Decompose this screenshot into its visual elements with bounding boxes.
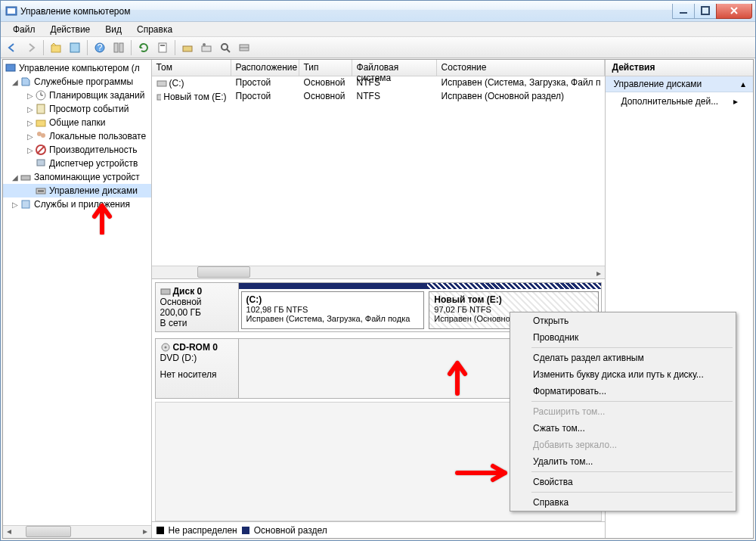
close-button[interactable] bbox=[716, 4, 752, 19]
tree-group-services[interactable]: ▷ Службы и приложения bbox=[3, 197, 151, 211]
window-title: Управление компьютером bbox=[20, 6, 673, 17]
ctx-help[interactable]: Справка bbox=[510, 494, 736, 511]
svg-rect-33 bbox=[22, 201, 29, 208]
tree-devices[interactable]: Диспетчер устройств bbox=[3, 157, 151, 170]
svg-text:?: ? bbox=[98, 42, 103, 53]
toolbar: ? bbox=[1, 37, 755, 58]
svg-line-16 bbox=[227, 49, 230, 52]
tree-users[interactable]: ▷Локальные пользовате bbox=[3, 129, 151, 143]
legend: Не распределен Основной раздел bbox=[152, 521, 606, 538]
svg-rect-12 bbox=[183, 46, 192, 51]
svg-rect-19 bbox=[6, 64, 15, 71]
ctx-active[interactable]: Сделать раздел активным bbox=[510, 350, 736, 366]
svg-rect-9 bbox=[119, 43, 123, 52]
tree-events[interactable]: ▷Просмотр событий bbox=[3, 102, 151, 116]
ctx-format[interactable]: Форматировать... bbox=[510, 383, 736, 400]
annotation-arrow-1 bbox=[87, 197, 117, 237]
list-row[interactable]: (C:) Простой Основной NTFS Исправен (Сис… bbox=[152, 76, 606, 90]
ctx-open[interactable]: Открыть bbox=[510, 312, 736, 329]
annotation-arrow-2 bbox=[442, 354, 472, 398]
svg-line-28 bbox=[37, 146, 45, 154]
search-icon[interactable] bbox=[110, 39, 127, 56]
nav-tree: Управление компьютером (л ◢ Служебные пр… bbox=[3, 60, 152, 538]
ctx-mirror: Добавить зеркало... bbox=[510, 437, 736, 453]
svg-rect-1 bbox=[8, 8, 15, 14]
tree-root[interactable]: Управление компьютером (л bbox=[3, 61, 151, 75]
svg-rect-13 bbox=[202, 46, 211, 51]
col-volume[interactable]: Том bbox=[152, 60, 231, 76]
svg-rect-2 bbox=[680, 12, 687, 14]
tool-icon-4[interactable] bbox=[236, 39, 253, 56]
col-fs[interactable]: Файловая система bbox=[352, 60, 437, 76]
volume-list: Том Расположение Тип Файловая система Со… bbox=[152, 60, 606, 279]
list-hscroll[interactable]: ▸ bbox=[152, 266, 606, 278]
ctx-delete[interactable]: Удалить том... bbox=[510, 453, 736, 470]
up-icon[interactable] bbox=[48, 39, 64, 56]
menu-file[interactable]: Файл bbox=[7, 23, 42, 36]
svg-point-38 bbox=[164, 347, 166, 349]
svg-rect-5 bbox=[70, 43, 79, 52]
svg-rect-30 bbox=[21, 176, 30, 180]
annotation-arrow-3 bbox=[454, 462, 514, 487]
menu-action[interactable]: Действие bbox=[45, 23, 97, 36]
col-layout[interactable]: Расположение bbox=[231, 60, 299, 76]
tree-hscroll[interactable]: ◂ ▸ bbox=[3, 525, 151, 538]
svg-rect-23 bbox=[37, 104, 45, 113]
titlebar: Управление компьютером bbox=[1, 1, 755, 22]
ctx-extend: Расширить том... bbox=[510, 403, 736, 420]
svg-rect-35 bbox=[157, 95, 162, 100]
svg-rect-8 bbox=[114, 43, 118, 52]
svg-point-15 bbox=[222, 44, 228, 50]
svg-rect-34 bbox=[157, 81, 166, 86]
actions-title: Действия bbox=[606, 60, 753, 76]
svg-rect-3 bbox=[702, 7, 709, 14]
svg-rect-32 bbox=[38, 190, 44, 192]
actions-section[interactable]: Управление дисками▴ bbox=[606, 76, 753, 92]
svg-rect-4 bbox=[51, 45, 60, 52]
ctx-change-letter[interactable]: Изменить букву диска или путь к диску... bbox=[510, 366, 736, 383]
tree-scheduler[interactable]: ▷Планировщик заданий bbox=[3, 89, 151, 102]
context-menu: Открыть Проводник Сделать раздел активны… bbox=[510, 312, 736, 511]
ctx-explorer[interactable]: Проводник bbox=[510, 329, 736, 346]
help-icon[interactable]: ? bbox=[91, 39, 108, 56]
app-icon bbox=[5, 5, 17, 17]
ctx-properties[interactable]: Свойства bbox=[510, 474, 736, 490]
svg-rect-10 bbox=[159, 43, 166, 52]
tree-disk-management[interactable]: Управление дисками bbox=[3, 184, 151, 197]
tool-icon-2[interactable] bbox=[198, 39, 215, 56]
col-state[interactable]: Состояние bbox=[437, 60, 606, 76]
back-button[interactable] bbox=[4, 39, 20, 56]
actions-more[interactable]: Дополнительные дей...▸ bbox=[606, 92, 753, 110]
tree-shared[interactable]: ▷Общие папки bbox=[3, 116, 151, 129]
tree-perf[interactable]: ▷Производительность bbox=[3, 143, 151, 157]
menubar: Файл Действие Вид Справка bbox=[1, 22, 755, 37]
refresh-icon[interactable] bbox=[135, 39, 152, 56]
tree-group-utilities[interactable]: ◢ Служебные программы bbox=[3, 75, 151, 89]
ctx-shrink[interactable]: Сжать том... bbox=[510, 420, 736, 437]
svg-rect-29 bbox=[37, 160, 45, 166]
export-icon[interactable] bbox=[154, 39, 171, 56]
tool-icon-1[interactable] bbox=[179, 39, 196, 56]
tree-group-storage[interactable]: ◢ Запоминающие устройст bbox=[3, 170, 151, 184]
minimize-button[interactable] bbox=[672, 4, 695, 19]
maximize-button[interactable] bbox=[694, 4, 717, 19]
svg-point-14 bbox=[203, 43, 206, 46]
properties-icon[interactable] bbox=[67, 39, 83, 56]
svg-point-26 bbox=[41, 133, 45, 138]
svg-rect-11 bbox=[160, 45, 165, 46]
col-type[interactable]: Тип bbox=[299, 60, 352, 76]
forward-button[interactable] bbox=[23, 39, 39, 56]
menu-view[interactable]: Вид bbox=[99, 23, 128, 36]
tool-icon-3[interactable] bbox=[217, 39, 234, 56]
svg-rect-36 bbox=[161, 289, 170, 294]
volume-c[interactable]: (C:) 102,98 ГБ NTFS Исправен (Система, З… bbox=[241, 291, 425, 329]
svg-rect-24 bbox=[36, 120, 45, 126]
menu-help[interactable]: Справка bbox=[131, 23, 178, 36]
list-row[interactable]: Новый том (E:) Простой Основной NTFS Исп… bbox=[152, 90, 606, 104]
